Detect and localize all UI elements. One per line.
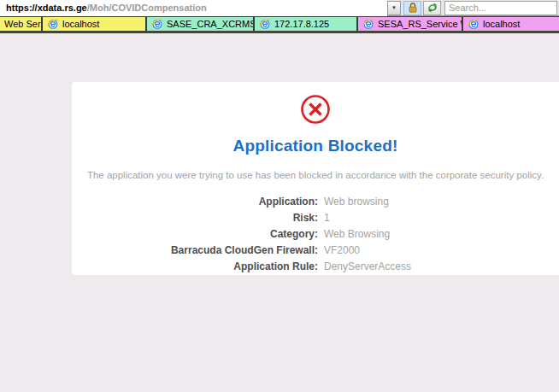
detail-value: 1: [324, 212, 559, 224]
address-bar: https://xdata.rs.ge/Moh/COVIDCompensatio…: [0, 0, 559, 16]
internet-explorer-icon: [47, 18, 59, 30]
browser-tab[interactable]: 172.17.8.125: [255, 17, 358, 31]
detail-value: Web browsing: [324, 196, 559, 208]
browser-tab[interactable]: Web Ser...: [0, 17, 43, 31]
detail-value: VF2000: [324, 244, 559, 256]
detail-label: Risk:: [72, 212, 318, 224]
url-field[interactable]: https://xdata.rs.ge/Moh/COVIDCompensatio…: [0, 0, 387, 16]
security-lock-button[interactable]: [403, 1, 421, 15]
page-title: Application Blocked!: [72, 137, 559, 155]
browser-window: https://xdata.rs.ge/Moh/COVIDCompensatio…: [0, 0, 559, 392]
lock-icon: [407, 2, 419, 14]
tab-bar: Web Ser... localhost SASE_CRA_XCRMS_Ser.…: [0, 16, 559, 33]
browser-tab[interactable]: SASE_CRA_XCRMS_Ser...: [147, 17, 255, 31]
internet-explorer-icon: [151, 18, 163, 30]
detail-value: Web Browsing: [324, 228, 559, 240]
blocked-card: Application Blocked! The application you…: [72, 82, 559, 275]
browser-tab[interactable]: localhost: [463, 17, 559, 31]
blocked-message: The application you were trying to use h…: [72, 170, 559, 180]
tab-label: localhost: [483, 19, 520, 29]
search-input[interactable]: [444, 1, 557, 15]
refresh-button[interactable]: [423, 1, 441, 15]
refresh-icon: [427, 2, 438, 14]
detail-label: Category:: [72, 228, 318, 240]
chevron-down-icon: ▼: [391, 5, 397, 10]
detail-value: DenyServerAccess: [324, 260, 559, 272]
detail-label: Application Rule:: [72, 260, 318, 272]
tab-label: Web Ser...: [4, 19, 43, 29]
page-content: Application Blocked! The application you…: [0, 33, 559, 389]
browser-tab[interactable]: localhost: [43, 17, 147, 31]
url-dropdown-button[interactable]: ▼: [387, 1, 401, 15]
internet-explorer-icon: [362, 18, 374, 30]
internet-explorer-icon: [468, 18, 480, 30]
url-path: /Moh/COVIDCompensation: [87, 3, 207, 13]
url-host: https://xdata.rs.ge: [6, 3, 87, 13]
tab-label: localhost: [62, 19, 99, 29]
internet-explorer-icon: [259, 18, 271, 30]
tab-label: 172.17.8.125: [274, 19, 329, 29]
error-circle-x-icon: [299, 93, 332, 126]
tab-label: SESA_RS_Service Web ...: [378, 19, 463, 29]
detail-label: Application:: [72, 196, 318, 208]
browser-tab[interactable]: SESA_RS_Service Web ...: [358, 17, 463, 31]
tab-label: SASE_CRA_XCRMS_Ser...: [167, 19, 255, 29]
detail-label: Barracuda CloudGen Firewall:: [72, 244, 318, 256]
details-list: Application: Web browsing Risk: 1 Catego…: [72, 193, 559, 274]
